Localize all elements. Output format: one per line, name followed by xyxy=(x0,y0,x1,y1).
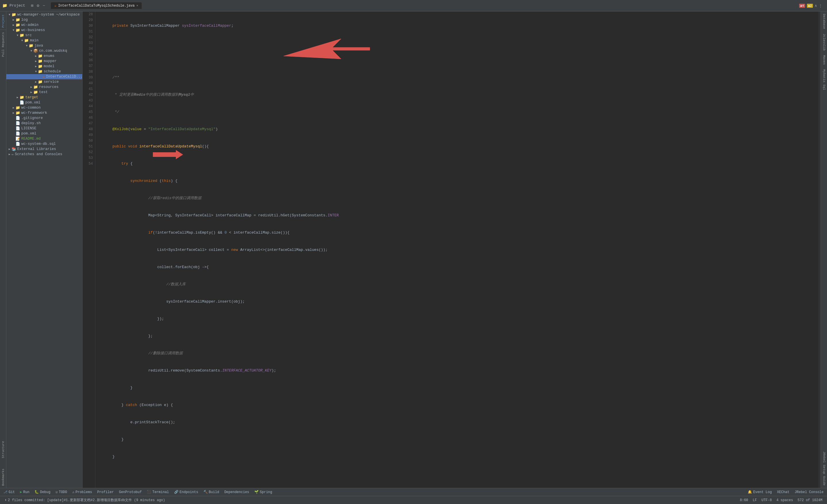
project-vertical-tab[interactable]: Project xyxy=(1,14,5,28)
spring-label: Spring xyxy=(260,490,272,494)
tree-wc-framework[interactable]: ▶ 📁 wc-framework xyxy=(6,110,82,115)
jrebel-setup-tab[interactable]: JRebel Setup Guide xyxy=(822,449,826,488)
tree-wc-business[interactable]: ▼ 📁 wc-business xyxy=(6,28,82,33)
main-icon: 📁 xyxy=(24,38,29,43)
database-tab[interactable]: Database xyxy=(822,11,826,31)
layout-btn[interactable]: ⊞ xyxy=(30,3,35,9)
ln-54: 54 xyxy=(85,161,93,167)
title-bar: 📁 Project ⊞ ⚙ − ☕ InterfaceCallDataToMys… xyxy=(0,0,827,11)
indent-indicator[interactable]: 4 spaces xyxy=(774,496,795,504)
structure-tab[interactable]: Structure xyxy=(1,439,5,460)
tree-enums[interactable]: ▶ 📁 enums xyxy=(6,53,82,59)
line-ending-indicator[interactable]: LF xyxy=(750,496,759,504)
ln-46: 46 xyxy=(85,115,93,121)
genprotobuf-btn[interactable]: GenProtobuf xyxy=(117,490,144,495)
mybatis-sql-tab[interactable]: Mybatis Sql xyxy=(822,67,826,93)
git-btn[interactable]: ⎇ Git xyxy=(1,489,17,495)
package-arrow: ▼ xyxy=(29,49,33,53)
wc-admin-icon: 📁 xyxy=(15,23,20,27)
wc-business-label: wc-business xyxy=(21,28,45,32)
model-icon: 📁 xyxy=(38,64,43,69)
tree-gitignore[interactable]: 📄 .gitignore xyxy=(6,115,82,121)
maven-tab[interactable]: Maven xyxy=(822,53,826,67)
jclasslib-tab[interactable]: Jclasslib xyxy=(822,31,826,53)
problems-btn[interactable]: ⚠ Problems xyxy=(70,489,95,495)
jrebel-console-btn[interactable]: JRebel Console xyxy=(792,490,826,495)
encoding-indicator[interactable]: UTF-8 xyxy=(759,496,774,504)
dependencies-btn[interactable]: Dependencies xyxy=(222,490,251,495)
todo-btn[interactable]: ☑ TODO xyxy=(53,489,69,495)
tree-deploy[interactable]: 📄 deploy.sh xyxy=(6,121,82,126)
license-label: LICENSE xyxy=(21,127,37,131)
code-line-43: //数据入库 xyxy=(103,282,816,287)
tree-service[interactable]: ▶ 📁 service xyxy=(6,79,82,85)
profiler-btn[interactable]: Profiler xyxy=(95,490,116,495)
xechat-btn[interactable]: XEChat xyxy=(775,490,792,495)
code-line-49: } xyxy=(103,385,816,391)
code-line-40: if(!interfaceCallMap.isEmpty() && 0 < in… xyxy=(103,230,816,236)
log-arrow: ▶ xyxy=(11,18,15,21)
tree-sql[interactable]: 📄 wc-system-db.sql xyxy=(6,141,82,147)
code-container[interactable]: 28 29 30 31 32 33 34 35 36 37 38 39 40 4… xyxy=(83,11,818,488)
tree-mapper[interactable]: ▶ 📁 mapper xyxy=(6,59,82,64)
tree-interface-call-file[interactable]: ☕ InterfaceCallD... xyxy=(6,74,82,79)
commit-info[interactable]: ⬆ 2 files committed: [update]#1.更新部署文档#2… xyxy=(2,496,167,504)
profiler-label: Profiler xyxy=(97,490,114,494)
settings-btn[interactable]: ⚙ xyxy=(36,3,40,9)
memory-label: 572 of 1024M xyxy=(798,498,822,502)
tree-resources[interactable]: ▶ 📁 resources xyxy=(6,85,82,90)
minimize-btn[interactable]: − xyxy=(41,3,46,9)
bookmarks-tab[interactable]: Bookmarks xyxy=(1,466,5,488)
license-icon: 📄 xyxy=(15,126,20,131)
project-panel: ▼ 📁 wc-manager-system ~/workspace ▶ 📁 lo… xyxy=(6,11,83,488)
wc-common-icon: 📁 xyxy=(15,105,20,110)
memory-indicator[interactable]: 572 of 1024M xyxy=(795,496,825,504)
build-btn[interactable]: 🔨 Build xyxy=(201,489,222,495)
tree-root[interactable]: ▼ 📁 wc-manager-system ~/workspace xyxy=(6,12,82,17)
terminal-label: Terminal xyxy=(152,490,169,494)
java-label: java xyxy=(35,44,43,48)
position-indicator[interactable]: 8:60 xyxy=(738,496,750,504)
java-arrow: ▼ xyxy=(25,44,29,47)
tab-close-btn[interactable]: × xyxy=(137,4,139,7)
info-count[interactable]: ▲2 xyxy=(807,4,813,8)
tree-test[interactable]: ▶ 📁 test xyxy=(6,90,82,95)
enums-icon: 📁 xyxy=(38,54,43,58)
tree-ext-lib[interactable]: ▶ 📚 External Libraries xyxy=(6,147,82,152)
ext-lib-icon: 📚 xyxy=(11,147,16,151)
expand-btn[interactable]: ∧ xyxy=(815,3,817,8)
project-icon: 📁 xyxy=(2,3,7,8)
editor-tab[interactable]: ☕ InterfaceCallDataToMysqlSchedule.java … xyxy=(51,2,142,9)
run-btn[interactable]: ▶ Run xyxy=(18,489,32,495)
warning-count[interactable]: ▲4 xyxy=(799,4,805,8)
tree-wc-admin[interactable]: ▶ 📁 wc-admin xyxy=(6,22,82,28)
tree-model[interactable]: ▶ 📁 model xyxy=(6,64,82,69)
tree-scratches[interactable]: ▶ ✏️ Scratches and Consoles xyxy=(6,152,82,157)
project-label[interactable]: Project xyxy=(9,3,25,8)
event-log-btn[interactable]: 🔔 Event Log xyxy=(745,489,774,495)
tree-readme[interactable]: 📝 README.md xyxy=(6,136,82,141)
tree-src[interactable]: ▼ 📁 src xyxy=(6,33,82,38)
indent-label: 4 spaces xyxy=(776,498,793,502)
tree-target[interactable]: ▶ 📁 target xyxy=(6,95,82,100)
tree-schedule[interactable]: ▼ 📁 schedule xyxy=(6,69,82,74)
code-editor[interactable]: private SysInterfaceCallMapper sysInterf… xyxy=(101,11,818,488)
pull-requests-tab[interactable]: Pull Requests xyxy=(1,30,5,59)
tree-wc-common[interactable]: ▶ 📁 wc-common xyxy=(6,105,82,110)
test-arrow: ▶ xyxy=(29,91,33,94)
endpoints-btn[interactable]: 🔗 Endpoints xyxy=(172,489,201,495)
tree-package[interactable]: ▼ 📦 cn.com.wudskq xyxy=(6,48,82,53)
tree-main[interactable]: ▼ 📁 main xyxy=(6,38,82,43)
code-line-37: synchronized (this) { xyxy=(103,178,816,184)
terminal-btn[interactable]: ⬛ Terminal xyxy=(145,489,171,495)
spring-btn[interactable]: 🌱 Spring xyxy=(252,489,275,495)
tree-java[interactable]: ▼ 📁 java xyxy=(6,43,82,48)
code-line-42: collect.forEach(obj ->{ xyxy=(103,264,816,270)
code-line-32: * 定时更新Redis中的接口调用数据到Mysql中 xyxy=(103,92,816,98)
debug-btn[interactable]: 🐛 Debug xyxy=(32,489,53,495)
tree-license[interactable]: 📄 LICENSE xyxy=(6,126,82,131)
more-btn[interactable]: ⋮ xyxy=(819,3,822,8)
tree-pom-business[interactable]: 📄 pom.xml xyxy=(6,100,82,105)
tree-log[interactable]: ▶ 📁 log xyxy=(6,17,82,22)
tree-pom-root[interactable]: 📄 pom.xml xyxy=(6,131,82,136)
